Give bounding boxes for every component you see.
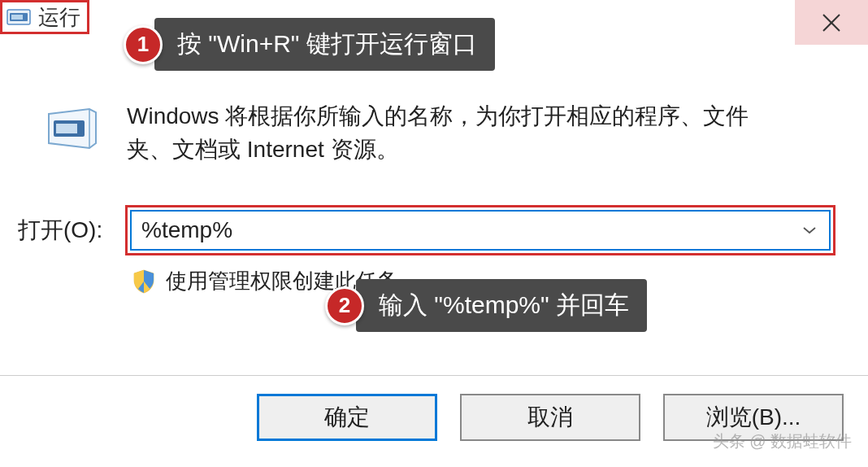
title-highlight-box: 运行 — [0, 0, 89, 34]
open-label: 打开(O): — [18, 215, 115, 246]
button-row: 确定 取消 浏览(B)... — [257, 394, 844, 441]
annotation-text-1: 按 "Win+R" 键打开运行窗口 — [154, 18, 495, 71]
input-highlight-box — [125, 205, 835, 255]
annotation-badge-1: 1 — [124, 25, 163, 64]
run-icon-large — [41, 100, 104, 157]
chevron-down-icon[interactable] — [800, 220, 819, 240]
svg-rect-2 — [11, 15, 23, 20]
description-row: Windows 将根据你所输入的名称，为你打开相应的程序、文件夹、文档或 Int… — [0, 77, 868, 166]
ok-button[interactable]: 确定 — [257, 394, 437, 441]
browse-button[interactable]: 浏览(B)... — [663, 394, 844, 441]
annotation-step-1: 1 按 "Win+R" 键打开运行窗口 — [124, 18, 495, 71]
divider — [0, 375, 868, 376]
description-text: Windows 将根据你所输入的名称，为你打开相应的程序、文件夹、文档或 Int… — [127, 100, 793, 166]
svg-rect-6 — [56, 124, 77, 133]
annotation-step-2: 2 输入 "%temp%" 并回车 — [325, 279, 647, 332]
close-button[interactable] — [795, 0, 868, 45]
run-icon — [6, 6, 32, 28]
input-row: 打开(O): — [0, 205, 868, 255]
shield-icon — [132, 268, 158, 295]
cancel-button[interactable]: 取消 — [460, 394, 640, 441]
open-input[interactable] — [141, 217, 800, 243]
annotation-text-2: 输入 "%temp%" 并回车 — [356, 279, 647, 332]
annotation-badge-2: 2 — [325, 286, 364, 325]
open-combobox[interactable] — [130, 210, 831, 251]
close-icon — [821, 12, 842, 33]
window-title: 运行 — [38, 3, 80, 32]
